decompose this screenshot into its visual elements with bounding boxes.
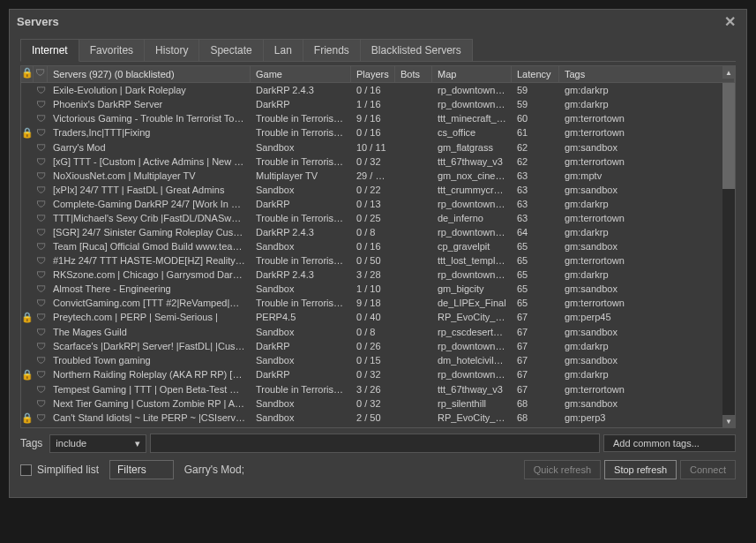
server-map: gm_bigcity <box>432 283 512 295</box>
lock-icon <box>21 212 34 224</box>
server-map: ttt_clue <box>432 426 512 427</box>
server-tags: gm:sandbox <box>559 240 735 253</box>
tag-filter-row: Tags include ▾ Add common tags... <box>20 434 736 453</box>
tab-spectate[interactable]: Spectate <box>198 39 263 61</box>
column-latency[interactable]: Latency <box>512 66 559 82</box>
stop-refresh-button[interactable]: Stop refresh <box>604 460 677 479</box>
scrollbar[interactable]: ▼ <box>722 83 735 427</box>
server-name: Next Tier Gaming | Custom Zombie RP | Al… <box>48 397 251 410</box>
server-game: DarkRP <box>251 368 351 381</box>
server-row[interactable]: 🛡ConvictGaming.com [TTT #2|ReVamped|Matu… <box>21 296 735 310</box>
server-game: DarkRP 2.4.3 <box>251 268 351 281</box>
checkbox-icon[interactable] <box>20 464 32 476</box>
tab-favorites[interactable]: Favorites <box>79 39 145 61</box>
server-players: 29 / 101 <box>351 170 395 182</box>
server-name: Complete-Gaming DarkRP 24/7 [Work In Pro… <box>48 198 251 210</box>
server-row[interactable]: 🛡Phoenix's DarkRP ServerDarkRP1 / 16rp_d… <box>21 97 735 111</box>
column-servers[interactable]: Servers (927) (0 blacklisted) <box>48 66 251 82</box>
column-players[interactable]: Players <box>351 66 395 82</box>
lock-icon <box>21 141 34 154</box>
server-row[interactable]: 🔒🛡Traders,Inc|TTT|FixingTrouble in Terro… <box>21 125 735 140</box>
column-secure-icon[interactable]: 🛡 <box>34 66 48 82</box>
server-row[interactable]: 🛡[xPIx] 24/7 TTT | FastDL | Great Admins… <box>21 183 735 197</box>
server-row[interactable]: 🛡NoXiousNet.com | Multiplayer TVMultipla… <box>21 169 735 183</box>
server-row[interactable]: 🛡[DMG] Custom TTT | FastDL | Dead Man's … <box>21 426 735 427</box>
server-latency: 67 <box>512 340 559 352</box>
server-row[interactable]: 🛡Complete-Gaming DarkRP 24/7 [Work In Pr… <box>21 197 735 211</box>
shield-icon: 🛡 <box>34 426 48 427</box>
server-row[interactable]: 🛡Next Tier Gaming | Custom Zombie RP | A… <box>21 396 735 411</box>
server-row[interactable]: 🛡Team [Ruca] Official Gmod Build www.tea… <box>21 239 735 253</box>
server-row[interactable]: 🛡Scarface's |DarkRP| Server! |FastDL| |C… <box>21 339 735 353</box>
server-row[interactable]: 🛡Almost There - EngineeringSandbox1 / 10… <box>21 282 735 296</box>
column-bots[interactable]: Bots <box>395 66 432 82</box>
shield-icon: 🛡 <box>34 226 48 238</box>
server-row[interactable]: 🛡[xG] TTT - [Custom | Active Admins | Ne… <box>21 155 735 169</box>
lock-icon <box>21 354 34 366</box>
column-game[interactable]: Game <box>251 66 351 82</box>
scroll-up-icon[interactable]: ▲ <box>722 66 735 79</box>
server-map: de_LIPEx_Final <box>432 297 512 309</box>
shield-icon: 🛡 <box>34 326 48 338</box>
server-tags: gm:sandbox <box>559 283 735 295</box>
tab-lan[interactable]: Lan <box>263 39 303 61</box>
server-game: Trouble in Terrorist T... <box>251 155 351 168</box>
tab-history[interactable]: History <box>144 39 199 61</box>
quick-refresh-button[interactable]: Quick refresh <box>524 460 601 479</box>
lock-icon: 🔒 <box>21 368 34 381</box>
simplified-list-checkbox[interactable]: Simplified list <box>20 464 99 476</box>
server-row[interactable]: 🛡RKSzone.com | Chicago | Garrysmod DarkR… <box>21 268 735 282</box>
server-latency: 67 <box>512 311 559 324</box>
server-row[interactable]: 🛡The Mages GuildSandbox0 / 8rp_cscdesert… <box>21 325 735 339</box>
tab-blacklisted-servers[interactable]: Blacklisted Servers <box>360 39 473 61</box>
server-bots <box>395 226 432 238</box>
server-row[interactable]: 🛡Exile-Evolution | Dark RoleplayDarkRP 2… <box>21 83 735 97</box>
server-players: 0 / 8 <box>351 226 395 238</box>
server-game: PERP4.5 <box>251 311 351 324</box>
filters-button[interactable]: Filters <box>109 460 174 479</box>
server-row[interactable]: 🛡Troubled Town gamingSandbox0 / 15dm_hot… <box>21 353 735 367</box>
server-players: 0 / 20 <box>351 426 395 427</box>
server-tags: gm:terrortown <box>559 383 735 396</box>
server-map: rp_downtown_v... <box>432 226 512 238</box>
server-name: [xPIx] 24/7 TTT | FastDL | Great Admins <box>48 184 251 196</box>
server-players: 9 / 18 <box>351 297 395 309</box>
server-row[interactable]: 🛡TTT|Michael's Sexy Crib |FastDL/DNASwap… <box>21 211 735 225</box>
shield-icon: 🛡 <box>34 198 48 210</box>
tab-internet[interactable]: Internet <box>20 39 79 62</box>
add-common-tags-button[interactable]: Add common tags... <box>603 434 736 452</box>
server-row[interactable]: 🛡Tempest Gaming | TTT | Open Beta-Test S… <box>21 382 735 396</box>
column-lock-icon[interactable]: 🔒 <box>21 66 34 82</box>
server-row[interactable]: 🛡Victorious Gaming - Trouble In Terroris… <box>21 111 735 125</box>
tab-friends[interactable]: Friends <box>303 39 361 61</box>
column-map[interactable]: Map <box>432 66 512 82</box>
server-row[interactable]: 🔒🛡Preytech.com | PERP | Semi-Serious |PE… <box>21 310 735 325</box>
connect-button[interactable]: Connect <box>680 460 736 479</box>
server-latency: 63 <box>512 198 559 210</box>
server-row[interactable]: 🛡[SGR] 24/7 Sinister Gaming Roleplay Cus… <box>21 225 735 239</box>
server-game: Trouble in Terrorist T... <box>251 112 351 124</box>
server-latency: 59 <box>512 84 559 96</box>
server-name: Almost There - Engineering <box>48 283 251 295</box>
scroll-down-icon[interactable]: ▼ <box>722 415 735 427</box>
server-row[interactable]: 🛡Garry's ModSandbox10 / 11gm_flatgrass62… <box>21 140 735 155</box>
tags-input[interactable] <box>150 434 600 453</box>
server-row[interactable]: 🔒🛡Northern Raiding Roleplay (AKA RP RP) … <box>21 367 735 382</box>
close-icon[interactable]: ✕ <box>721 13 739 30</box>
server-tags: gm:perp45 <box>559 311 735 324</box>
server-players: 0 / 32 <box>351 368 395 381</box>
server-row[interactable]: 🔒🛡Can't Stand Idiots| ~ Lite PERP ~ |CSI… <box>21 411 735 426</box>
server-game: Sandbox <box>251 240 351 253</box>
server-latency: 65 <box>512 254 559 267</box>
tags-mode-dropdown[interactable]: include ▾ <box>49 434 146 453</box>
scroll-thumb[interactable] <box>722 83 735 189</box>
server-latency: 60 <box>512 112 559 124</box>
shield-icon: 🛡 <box>34 254 48 267</box>
server-latency: 63 <box>512 212 559 224</box>
shield-icon: 🛡 <box>34 268 48 281</box>
titlebar: Servers ✕ <box>10 10 746 34</box>
server-bots <box>395 212 432 224</box>
server-row[interactable]: 🛡 #1Hz 24/7 TTT HASTE-MODE[HZ] RealityRo… <box>21 253 735 268</box>
server-name: RKSzone.com | Chicago | Garrysmod DarkRP… <box>48 268 251 281</box>
column-tags[interactable]: Tags <box>559 66 735 82</box>
